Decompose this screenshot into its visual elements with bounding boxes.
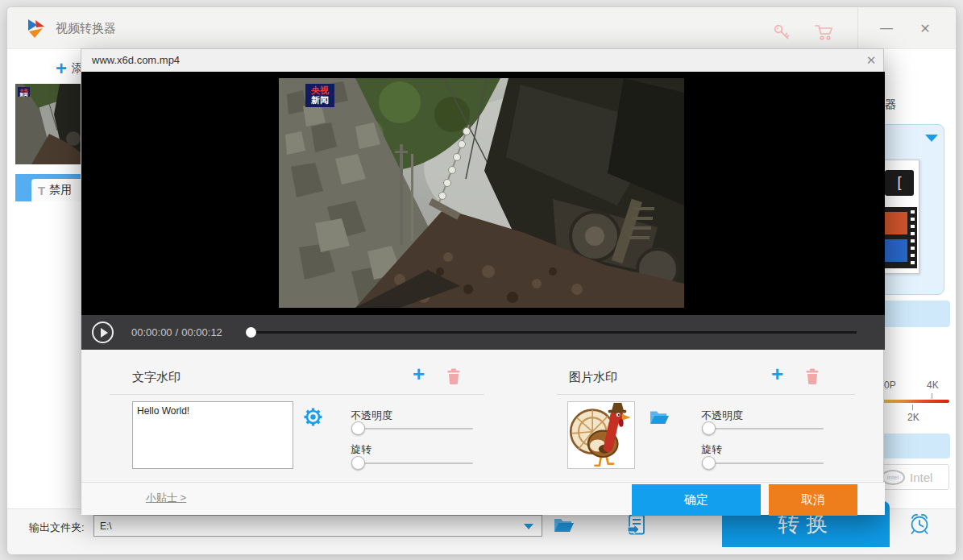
watermark-text-input[interactable]: Hello World! bbox=[132, 401, 293, 469]
quality-tick-4k bbox=[932, 393, 932, 399]
thumbnail-scene: 央视 新闻 bbox=[15, 84, 88, 164]
text-rotate-slider[interactable] bbox=[358, 463, 473, 464]
text-settings-gear-icon[interactable] bbox=[304, 408, 322, 426]
rotate-label: 旋转 bbox=[701, 442, 722, 457]
output-folder-label: 输出文件夹: bbox=[29, 521, 85, 535]
news-badge: 央视 新闻 bbox=[305, 84, 334, 107]
text-watermark-tab-bar: T 禁用 bbox=[15, 174, 88, 201]
add-image-watermark-button[interactable]: + bbox=[771, 365, 783, 383]
image-rotate-slider-thumb[interactable] bbox=[702, 456, 716, 470]
svg-text:新闻: 新闻 bbox=[19, 92, 28, 97]
watermark-image-preview[interactable] bbox=[567, 401, 635, 469]
text-tool-icon: T bbox=[38, 184, 45, 197]
filmstrip-icon bbox=[882, 207, 917, 268]
time-display: 00:00:00/00:00:12 bbox=[130, 326, 224, 338]
play-button[interactable] bbox=[92, 321, 114, 343]
quality-tick-2k bbox=[912, 404, 913, 410]
browse-image-folder-icon[interactable] bbox=[649, 409, 670, 426]
output-folder-value: E:\ bbox=[100, 521, 112, 532]
camera-icon: [ bbox=[885, 170, 914, 196]
titlebar-separator bbox=[857, 7, 858, 49]
quality-slider[interactable] bbox=[875, 400, 949, 403]
watermark-dialog: www.x6d.com.mp4 ✕ bbox=[81, 48, 884, 514]
tips-link[interactable]: 小贴士 > bbox=[146, 491, 186, 505]
video-thumbnail[interactable]: 央视 新闻 bbox=[15, 84, 88, 164]
app-logo-icon bbox=[25, 17, 48, 39]
key-icon[interactable] bbox=[771, 22, 792, 43]
progress-bar[interactable] bbox=[251, 331, 857, 334]
time-current: 00:00:00 bbox=[131, 326, 172, 338]
ok-button[interactable]: 确定 bbox=[632, 484, 761, 516]
format-preview[interactable]: [ bbox=[879, 160, 919, 274]
image-opacity-slider-thumb[interactable] bbox=[702, 421, 716, 435]
image-rotate-slider[interactable] bbox=[708, 463, 824, 464]
dialog-title: www.x6d.com.mp4 bbox=[92, 54, 180, 66]
output-file-icon[interactable] bbox=[626, 513, 647, 536]
text-opacity-slider-thumb[interactable] bbox=[351, 421, 365, 435]
output-folder-select[interactable]: E:\ bbox=[93, 515, 542, 537]
add-files-button[interactable]: +添 bbox=[56, 57, 81, 80]
image-watermark-title: 图片水印 bbox=[569, 370, 617, 385]
progress-thumb[interactable] bbox=[246, 327, 256, 338]
player-bar: 00:00:00/00:00:12 bbox=[81, 315, 885, 350]
divider bbox=[110, 394, 484, 395]
format-section-label: 器 bbox=[885, 97, 896, 112]
text-watermark-title: 文字水印 bbox=[132, 370, 181, 385]
minimize-button[interactable]: — bbox=[876, 19, 897, 39]
delete-image-watermark-trash-icon[interactable] bbox=[805, 368, 820, 384]
quality-option-bar[interactable] bbox=[875, 433, 950, 458]
divider bbox=[557, 394, 855, 395]
text-rotate-slider-thumb[interactable] bbox=[351, 456, 365, 470]
tab-text-watermark[interactable]: T 禁用 bbox=[31, 179, 88, 201]
delete-text-watermark-trash-icon[interactable] bbox=[446, 368, 461, 384]
tab-label: 禁用 bbox=[49, 183, 72, 197]
dialog-titlebar: www.x6d.com.mp4 ✕ bbox=[81, 49, 883, 72]
turkey-image bbox=[568, 402, 634, 468]
text-opacity-slider[interactable] bbox=[358, 428, 473, 429]
rotate-label: 旋转 bbox=[351, 442, 372, 457]
quality-label-1080p: 0P bbox=[884, 380, 896, 391]
intel-label: Intel bbox=[910, 471, 932, 484]
video-preview-area: 央视 新闻 bbox=[81, 72, 885, 315]
quality-label-4k: 4K bbox=[927, 380, 939, 391]
cart-icon[interactable] bbox=[813, 22, 836, 43]
video-frame[interactable]: 央视 新闻 bbox=[279, 78, 684, 308]
plus-icon: + bbox=[56, 57, 67, 79]
image-opacity-slider[interactable] bbox=[708, 428, 824, 429]
app-titlebar: 视频转换器 — ✕ bbox=[7, 7, 956, 49]
dialog-footer: 小贴士 > 确定 取消 bbox=[81, 482, 885, 515]
cancel-button[interactable]: 取消 bbox=[769, 484, 857, 516]
chevron-down-icon bbox=[524, 524, 533, 529]
quality-label-2k: 2K bbox=[907, 412, 919, 423]
video-scene bbox=[279, 78, 684, 308]
intel-badge: intel Intel bbox=[875, 464, 949, 490]
add-text-watermark-button[interactable]: + bbox=[413, 365, 425, 383]
app-title: 视频转换器 bbox=[56, 21, 116, 36]
open-folder-icon[interactable] bbox=[552, 515, 575, 535]
play-icon bbox=[101, 328, 108, 338]
time-total: 00:00:12 bbox=[181, 326, 222, 338]
format-dropdown-icon[interactable] bbox=[925, 135, 938, 142]
alarm-clock-icon[interactable] bbox=[907, 511, 932, 537]
close-window-button[interactable]: ✕ bbox=[915, 19, 936, 39]
dialog-close-icon[interactable]: ✕ bbox=[861, 52, 881, 69]
format-option-bar[interactable] bbox=[875, 301, 950, 327]
time-separator: / bbox=[176, 326, 179, 338]
